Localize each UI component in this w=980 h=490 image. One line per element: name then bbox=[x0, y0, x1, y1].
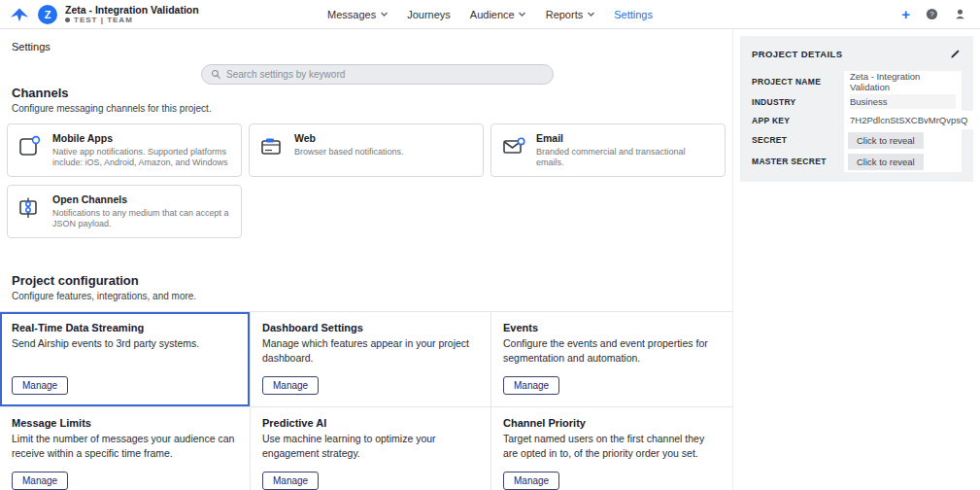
detail-value-project-name: Zeta - Integration Validation bbox=[844, 71, 962, 92]
reveal-master-secret-button[interactable]: Click to reveal bbox=[848, 154, 924, 170]
config-card-channel-priority[interactable]: Channel Priority Target named users on t… bbox=[491, 407, 733, 490]
detail-value-master-secret: Click to reveal bbox=[844, 151, 962, 172]
channel-card-description: Browser based notifications. bbox=[294, 147, 404, 158]
channel-card-text: Web Browser based notifications. bbox=[294, 132, 404, 168]
channels-heading: Channels bbox=[12, 86, 721, 100]
svg-text:?: ? bbox=[929, 10, 934, 18]
detail-row-secret: SECRET Click to reveal bbox=[752, 129, 962, 151]
email-icon bbox=[501, 134, 526, 159]
channels-subheading: Configure messaging channels for this pr… bbox=[12, 103, 721, 114]
web-icon bbox=[259, 134, 285, 159]
manage-button[interactable]: Manage bbox=[262, 376, 319, 395]
project-config-subheading: Configure features, integrations, and mo… bbox=[12, 291, 721, 301]
channel-card-open-channels[interactable]: Open Channels Notifications to any mediu… bbox=[7, 185, 242, 238]
main-nav: Messages Journeys Audience Reports Setti… bbox=[327, 0, 653, 28]
open-channels-icon bbox=[17, 195, 43, 221]
main-panel: Settings Channels Configure messaging ch… bbox=[0, 29, 733, 490]
channel-card-email[interactable]: Email Branded commercial and transaction… bbox=[490, 123, 726, 177]
config-card-title: Message Limits bbox=[12, 416, 238, 430]
env-label: TEST | TEAM bbox=[74, 16, 133, 25]
manage-button[interactable]: Manage bbox=[12, 472, 68, 490]
detail-label: APP KEY bbox=[752, 116, 844, 125]
config-card-description: Send Airship events to 3rd party systems… bbox=[12, 336, 238, 351]
project-details-rows: PROJECT NAME Zeta - Integration Validati… bbox=[752, 71, 962, 172]
project-details-panel: PROJECT DETAILS PROJECT NAME Zeta - Inte… bbox=[740, 36, 973, 182]
channel-card-title: Web bbox=[294, 132, 404, 145]
channel-card-text: Open Channels Notifications to any mediu… bbox=[52, 193, 231, 229]
channel-card-title: Mobile Apps bbox=[52, 132, 231, 145]
detail-row-industry: INDUSTRY Business bbox=[752, 92, 962, 111]
help-icon[interactable]: ? bbox=[926, 8, 938, 20]
project-config-section: Project configuration Configure features… bbox=[0, 273, 732, 490]
config-card-message-limits[interactable]: Message Limits Limit the number of messa… bbox=[0, 407, 251, 490]
right-sidebar: PROJECT DETAILS PROJECT NAME Zeta - Inte… bbox=[733, 29, 980, 490]
env-status-dot bbox=[65, 18, 70, 22]
search-icon bbox=[211, 69, 221, 80]
detail-label: SECRET bbox=[752, 135, 844, 145]
channel-card-title: Open Channels bbox=[52, 193, 231, 206]
search-input[interactable] bbox=[226, 69, 544, 80]
project-meta[interactable]: Zeta - Integration Validation TEST | TEA… bbox=[65, 4, 199, 25]
nav-journeys[interactable]: Journeys bbox=[407, 9, 451, 20]
channels-grid: Mobile Apps Native app notifications. Su… bbox=[7, 123, 726, 177]
nav-journeys-label: Journeys bbox=[407, 9, 451, 20]
project-details-title: PROJECT DETAILS bbox=[752, 49, 842, 59]
detail-label: INDUSTRY bbox=[752, 97, 844, 107]
project-details-header: PROJECT DETAILS bbox=[752, 45, 962, 62]
nav-audience[interactable]: Audience bbox=[470, 9, 526, 20]
detail-value-industry: Business bbox=[844, 92, 962, 111]
channel-card-mobile-apps[interactable]: Mobile Apps Native app notifications. Su… bbox=[7, 123, 242, 177]
manage-button[interactable]: Manage bbox=[503, 472, 559, 490]
nav-settings[interactable]: Settings bbox=[614, 9, 653, 20]
reveal-secret-button[interactable]: Click to reveal bbox=[848, 132, 924, 149]
project-avatar[interactable]: Z bbox=[38, 5, 57, 24]
project-title: Zeta - Integration Validation bbox=[65, 4, 199, 16]
nav-reports[interactable]: Reports bbox=[546, 9, 595, 20]
content: Settings Channels Configure messaging ch… bbox=[0, 29, 980, 490]
channel-card-description: Notifications to any medium that can acc… bbox=[52, 208, 231, 229]
detail-value-secret: Click to reveal bbox=[844, 129, 962, 151]
config-card-predictive-ai[interactable]: Predictive AI Use machine learning to op… bbox=[251, 407, 491, 490]
config-card-title: Events bbox=[503, 321, 722, 334]
config-card-description: Manage which features appear in your pro… bbox=[262, 336, 479, 366]
channel-card-text: Email Branded commercial and transaction… bbox=[536, 132, 715, 168]
channels-grid-row2: Open Channels Notifications to any mediu… bbox=[7, 185, 726, 238]
project-config-heading: Project configuration bbox=[12, 273, 721, 288]
channel-card-description: Native app notifications. Supported plat… bbox=[52, 147, 231, 168]
config-card-events[interactable]: Events Configure the events and event pr… bbox=[491, 312, 733, 407]
detail-row-app-key: APP KEY 7H2PdlcnStSXCBvMrQvpsQ bbox=[752, 111, 962, 129]
config-card-title: Channel Priority bbox=[503, 416, 722, 430]
nav-audience-label: Audience bbox=[470, 9, 515, 20]
detail-row-project-name: PROJECT NAME Zeta - Integration Validati… bbox=[752, 71, 962, 92]
nav-messages[interactable]: Messages bbox=[327, 9, 388, 20]
manage-button[interactable]: Manage bbox=[262, 472, 319, 490]
brand-area: Z Zeta - Integration Validation TEST | T… bbox=[0, 4, 199, 25]
settings-search[interactable] bbox=[201, 64, 554, 85]
chevron-down-icon bbox=[587, 12, 594, 17]
topbar-actions: + ? bbox=[901, 7, 980, 21]
config-card-dashboard-settings[interactable]: Dashboard Settings Manage which features… bbox=[251, 312, 491, 407]
channel-card-title: Email bbox=[536, 132, 715, 145]
chevron-down-icon bbox=[519, 12, 526, 17]
edit-pencil-icon[interactable] bbox=[949, 48, 962, 60]
channel-card-web[interactable]: Web Browser based notifications. bbox=[249, 123, 484, 177]
manage-button[interactable]: Manage bbox=[503, 376, 559, 395]
project-config-grid: Real-Time Data Streaming Send Airship ev… bbox=[0, 311, 732, 490]
config-card-description: Use machine learning to optimize your en… bbox=[262, 432, 479, 461]
channels-section: Channels Configure messaging channels fo… bbox=[0, 86, 732, 238]
manage-button[interactable]: Manage bbox=[12, 376, 68, 395]
channel-card-description: Branded commercial and transactional ema… bbox=[536, 147, 715, 168]
airship-logo-icon[interactable] bbox=[9, 4, 30, 25]
config-card-description: Limit the number of messages your audien… bbox=[12, 432, 238, 461]
mobile-apps-icon bbox=[17, 134, 43, 159]
topbar: Z Zeta - Integration Validation TEST | T… bbox=[0, 0, 980, 29]
config-card-real-time-data-streaming[interactable]: Real-Time Data Streaming Send Airship ev… bbox=[0, 312, 251, 407]
account-icon[interactable] bbox=[954, 8, 966, 20]
create-button[interactable]: + bbox=[901, 7, 910, 21]
nav-messages-label: Messages bbox=[327, 9, 376, 20]
channel-card-text: Mobile Apps Native app notifications. Su… bbox=[52, 132, 231, 168]
detail-value-text: Business bbox=[850, 94, 956, 109]
project-environment: TEST | TEAM bbox=[65, 16, 199, 25]
detail-label: PROJECT NAME bbox=[752, 77, 844, 87]
page-head: Settings bbox=[0, 29, 732, 62]
